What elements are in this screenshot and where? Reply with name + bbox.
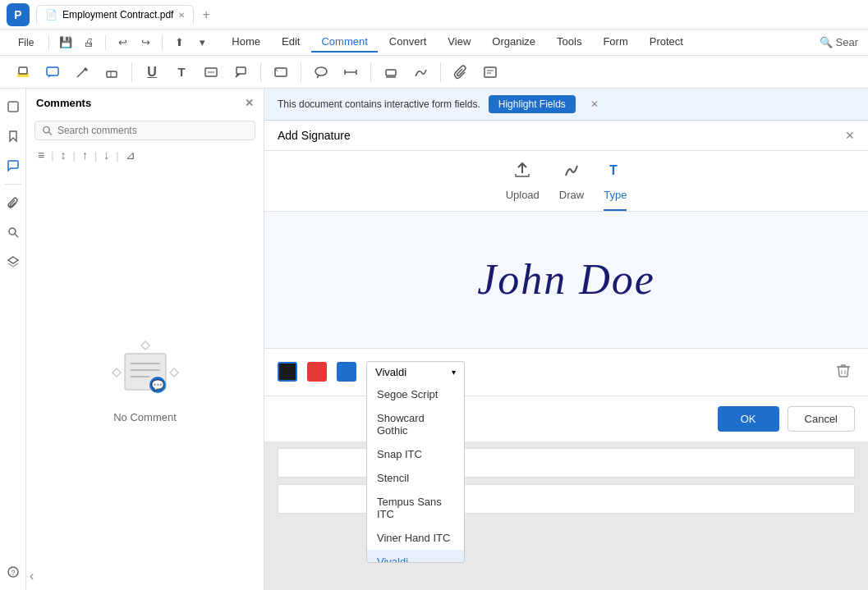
comment-filter-toolbar: ≡ | ↕ | ↑ | ↓ | ⊿ [26,147,264,170]
print-icon[interactable]: 🖨 [79,33,99,53]
comment-box-tool[interactable] [39,59,66,85]
stamp-tool[interactable] [378,59,404,85]
svg-rect-19 [485,67,496,77]
sig-tab-draw[interactable]: Draw [559,161,584,211]
upload-icon [513,161,531,184]
comment-sort-up-icon[interactable]: ↑ [79,147,91,163]
sidebar-bottom-help: ? [2,560,25,583]
toolbar-sep-5 [440,62,441,82]
file-menu[interactable]: File [10,34,42,52]
draw-icon [563,161,581,184]
font-select-button[interactable]: Vivaldi ▾ [366,361,465,382]
eraser-tool[interactable] [99,59,125,85]
font-option-stencil[interactable]: Stencil [367,466,464,490]
sign-tool[interactable] [407,59,434,85]
text-tool[interactable]: T [168,59,195,85]
font-option-viner-hand-itc[interactable]: Viner Hand ITC [367,526,464,550]
sidebar-bookmark-icon[interactable] [2,125,25,148]
font-dropdown: Vivaldi ▾ Segoe Script Showcard Gothic S… [366,361,465,382]
pen-tool[interactable] [69,59,95,85]
new-tab-button[interactable]: + [197,6,214,24]
notif-close-button[interactable]: ✕ [590,98,599,110]
save-icon[interactable]: 💾 [56,33,76,53]
search-nav-icon: 🔍 [820,36,833,48]
comment-sort-az-icon[interactable]: ↕ [57,147,70,163]
more-icon[interactable]: ▾ [192,33,212,53]
nav-home[interactable]: Home [222,32,270,53]
sidebar-comment-icon[interactable] [2,154,25,177]
font-option-tempus-sans-itc[interactable]: Tempus Sans ITC [367,490,464,526]
top-bar: P 📄 Employment Contract.pdf ✕ + [0,0,868,30]
svg-rect-17 [386,70,396,75]
cancel-button[interactable]: Cancel [788,406,855,432]
sig-tab-upload[interactable]: Upload [506,161,540,211]
svg-rect-10 [237,67,246,74]
sidebar-layers-icon[interactable] [2,250,25,273]
sig-tab-type[interactable]: T Type [604,161,627,211]
no-comment-label: No Comment [113,411,177,423]
nav-protect[interactable]: Protect [640,32,693,53]
type-icon: T [606,161,624,184]
callout-tool[interactable] [227,59,254,85]
sidebar-search-icon[interactable] [2,221,25,244]
sidebar-home-icon[interactable] [2,95,25,118]
search-comments-input[interactable] [57,125,248,136]
menu-separator-3 [162,35,163,50]
left-icon-sidebar: ? [0,89,26,590]
speech-bubble-tool[interactable] [308,59,334,85]
signature-panel: Add Signature ✕ Upload Draw [264,121,868,590]
ok-button[interactable]: OK [718,406,779,432]
svg-rect-22 [8,102,18,112]
search-nav[interactable]: 🔍 Sear [820,36,858,48]
color-red-swatch[interactable] [307,362,327,382]
color-blue-swatch[interactable] [337,362,356,382]
nav-form[interactable]: Form [593,32,637,53]
highlight-tool[interactable] [10,59,36,85]
tab-close-button[interactable]: ✕ [178,11,185,20]
shape-tool[interactable] [268,59,294,85]
font-option-segoe-script[interactable]: Segoe Script [367,382,464,406]
sidebar-collapse-btn[interactable]: ‹ [30,569,34,583]
attach-tool[interactable] [448,59,474,85]
underline-tool[interactable]: U [139,59,165,85]
font-option-showcard-gothic[interactable]: Showcard Gothic [367,406,464,442]
textbox-tool[interactable] [198,59,224,85]
sidebar-attach-icon[interactable] [2,191,25,214]
svg-point-30 [44,126,49,132]
redo-icon[interactable]: ↪ [135,33,155,53]
main-area: ? Comments ✕ ≡ | ↕ | ↑ | ↓ | ⊿ [0,89,868,590]
nav-view[interactable]: View [438,32,480,53]
active-tab[interactable]: 📄 Employment Contract.pdf ✕ [36,5,194,24]
nav-comment[interactable]: Comment [311,32,377,53]
font-dropdown-list: Segoe Script Showcard Gothic Snap ITC St… [366,382,465,563]
search-nav-label: Sear [836,36,858,48]
comment-sort-down-icon[interactable]: ↓ [100,147,113,163]
clear-signature-button[interactable] [832,359,855,386]
comment-sort-icon[interactable]: ≡ [34,147,48,163]
undo-icon[interactable]: ↩ [113,33,132,53]
font-option-vivaldi[interactable]: Vivaldi [367,550,464,563]
tab-pdf-icon: 📄 [45,9,57,21]
svg-rect-6 [107,71,117,77]
menu-separator-2 [105,35,106,50]
highlight-fields-button[interactable]: Highlight Fields [489,95,576,113]
svg-rect-2 [47,67,58,75]
font-option-snap-itc[interactable]: Snap ITC [367,442,464,466]
color-black-swatch[interactable] [278,362,297,382]
nav-convert[interactable]: Convert [379,32,437,53]
search-comments-bar[interactable] [34,121,255,140]
comments-sidebar-close[interactable]: ✕ [245,97,254,109]
nav-edit[interactable]: Edit [272,32,310,53]
comment-filter-icon[interactable]: ⊿ [122,147,139,163]
toolbar-sep-3 [301,62,301,82]
signature-close-button[interactable]: ✕ [845,129,855,142]
nav-tools[interactable]: Tools [547,32,591,53]
edit-text-tool[interactable] [477,59,503,85]
nav-organize[interactable]: Organize [482,32,545,53]
svg-rect-1 [19,67,27,74]
toolbar-sep-4 [370,62,371,82]
svg-text:T: T [609,163,618,177]
sidebar-help-icon[interactable]: ? [2,560,25,583]
measure-tool[interactable] [338,59,364,85]
share-icon[interactable]: ⬆ [169,33,189,53]
